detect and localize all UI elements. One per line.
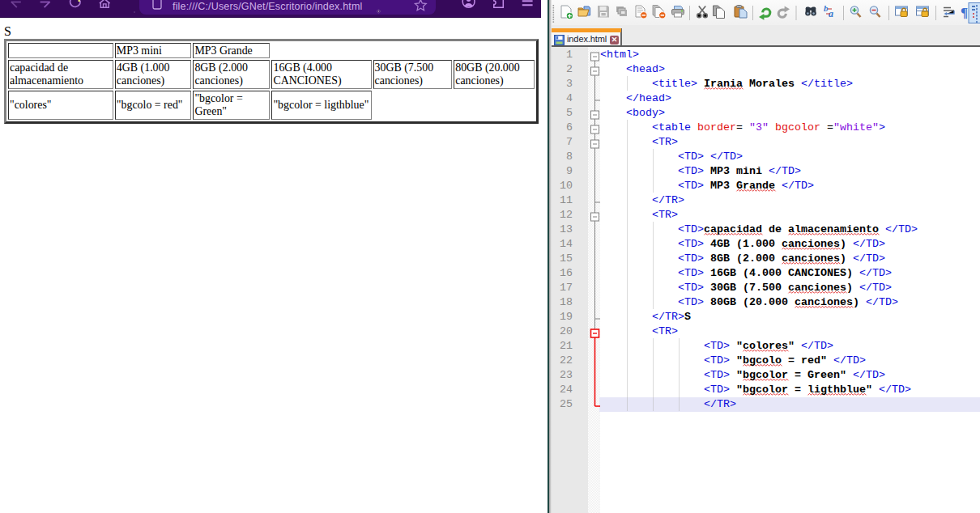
svg-text:¶: ¶ <box>961 5 968 20</box>
